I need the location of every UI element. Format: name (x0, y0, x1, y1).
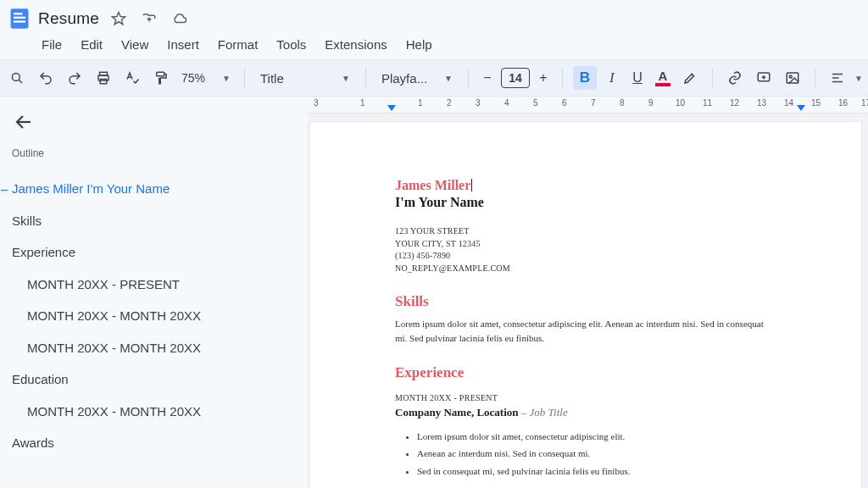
title-icons (111, 11, 187, 26)
experience-dates[interactable]: MONTH 20XX - PRESENT (395, 393, 776, 402)
svg-point-5 (12, 73, 19, 80)
menu-help[interactable]: Help (398, 34, 440, 55)
svg-rect-1 (14, 13, 23, 14)
align-icon[interactable] (826, 66, 849, 90)
bullet-item[interactable]: Sed in consequat mi, sed pulvinar lacini… (417, 463, 776, 480)
right-margin-marker-icon[interactable] (797, 105, 805, 111)
doc-title[interactable]: Resume (38, 9, 99, 28)
move-icon[interactable] (142, 11, 157, 26)
bullet-item[interactable]: Aenean ac interdum nisi. Sed in consequa… (417, 445, 776, 462)
outline-item[interactable]: MONTH 20XX - PRESENT (10, 269, 297, 301)
app-root: Resume File Edit View Insert Format Tool… (0, 0, 868, 488)
menu-tools[interactable]: Tools (269, 34, 314, 55)
ruler-tick: 4 (504, 98, 509, 108)
cloud-status-icon[interactable] (172, 11, 187, 26)
document-page[interactable]: James Miller I'm Your Name 123 YOUR STRE… (310, 122, 861, 488)
decrease-font-icon[interactable]: − (479, 69, 496, 86)
ruler-tick: 17 (861, 98, 868, 108)
ruler-tick: 13 (757, 98, 766, 108)
caret-down-icon: ▼ (444, 74, 453, 83)
italic-button[interactable]: I (602, 69, 622, 86)
svg-rect-11 (157, 72, 164, 76)
svg-rect-3 (14, 20, 25, 22)
menu-view[interactable]: View (114, 34, 156, 55)
ruler-tick: 11 (703, 98, 712, 108)
separator (244, 68, 245, 88)
outline-item[interactable]: James Miller I'm Your Name (10, 173, 297, 205)
skills-body-text[interactable]: Lorem ipsum dolor sit amet, consectetur … (395, 317, 776, 346)
outline-item[interactable]: MONTH 20XX - MONTH 20XX (10, 332, 297, 364)
search-icon[interactable] (5, 66, 29, 90)
ruler-tick: 5 (533, 98, 538, 108)
svg-marker-4 (112, 13, 125, 25)
font-dropdown[interactable]: Playfa... ▼ (376, 71, 458, 86)
ruler-tick: 6 (562, 98, 567, 108)
increase-font-icon[interactable]: + (535, 69, 552, 86)
experience-company[interactable]: Company Name, Location – Job Title (395, 406, 776, 419)
outline-item[interactable]: Awards (10, 427, 297, 459)
separator (365, 68, 366, 88)
caret-down-icon: ▼ (222, 74, 231, 83)
image-icon[interactable] (781, 66, 804, 90)
document-canvas[interactable]: 3 1 1 2 3 4 5 6 7 8 9 10 11 12 13 14 15 (307, 97, 868, 488)
font-size-input[interactable]: 14 (501, 68, 530, 88)
underline-button[interactable]: U (627, 70, 648, 86)
ruler-tick: 2 (447, 98, 452, 108)
ruler-tick: 10 (676, 98, 685, 108)
outline-heading: Outline (12, 147, 297, 159)
ruler[interactable]: 3 1 1 2 3 4 5 6 7 8 9 10 11 12 13 14 15 (307, 97, 868, 114)
menu-extensions[interactable]: Extensions (317, 34, 394, 55)
menu-format[interactable]: Format (210, 34, 266, 55)
text-color-button[interactable]: A (653, 70, 673, 86)
text-cursor (471, 179, 472, 191)
svg-line-6 (19, 80, 22, 83)
menubar: File Edit View Insert Format Tools Exten… (0, 34, 868, 59)
experience-bullets[interactable]: Lorem ipsum dolor sit amet, consectetur … (417, 428, 776, 480)
star-icon[interactable] (111, 11, 126, 26)
heading-subtitle[interactable]: I'm Your Name (395, 195, 776, 210)
section-heading-experience[interactable]: Experience (395, 364, 776, 381)
menu-edit[interactable]: Edit (73, 34, 110, 55)
outline-item[interactable]: MONTH 20XX - MONTH 20XX (10, 396, 297, 428)
workspace: Outline James Miller I'm Your Name Skill… (0, 97, 868, 488)
redo-icon[interactable] (63, 66, 86, 90)
outline-item[interactable]: Experience (10, 236, 297, 269)
zoom-value: 75% (181, 71, 205, 85)
comment-icon[interactable] (752, 66, 776, 90)
print-icon[interactable] (92, 66, 115, 90)
contact-block[interactable]: 123 YOUR STREET YOUR CITY, ST 12345 (123… (395, 225, 776, 274)
menu-file[interactable]: File (34, 34, 70, 55)
outline-item[interactable]: Skills (10, 205, 297, 237)
ruler-tick: 1 (360, 98, 365, 108)
spellcheck-icon[interactable] (120, 66, 144, 90)
highlight-icon[interactable] (678, 66, 702, 90)
back-arrow-icon[interactable] (14, 112, 34, 132)
undo-icon[interactable] (34, 66, 58, 90)
outline-item[interactable]: Education (10, 363, 297, 396)
bold-button[interactable]: B (573, 66, 597, 90)
ruler-tick: 15 (811, 98, 821, 108)
style-value: Title (260, 71, 284, 86)
ruler-tick: 1 (418, 98, 423, 108)
menu-insert[interactable]: Insert (159, 34, 207, 55)
link-icon[interactable] (723, 66, 747, 90)
svg-rect-2 (14, 17, 25, 19)
heading-name[interactable]: James Miller (395, 178, 776, 193)
section-heading-skills[interactable]: Skills (395, 293, 776, 310)
font-value: Playfa... (381, 71, 427, 86)
indent-marker-icon[interactable] (387, 105, 396, 111)
paragraph-style-dropdown[interactable]: Title ▼ (255, 71, 355, 86)
outline-sidebar: Outline James Miller I'm Your Name Skill… (0, 97, 307, 488)
separator (468, 68, 469, 88)
ruler-tick: 3 (314, 98, 319, 108)
bullet-item[interactable]: Lorem ipsum dolor sit amet, consectetur … (417, 428, 776, 445)
zoom-dropdown[interactable]: 75% ▼ (178, 71, 234, 85)
docs-logo-icon[interactable] (8, 7, 31, 30)
caret-down-icon[interactable]: ▼ (854, 74, 863, 83)
toolbar: 75% ▼ Title ▼ Playfa... ▼ − 14 + B I U A… (0, 59, 868, 97)
paint-format-icon[interactable] (149, 66, 173, 90)
separator (815, 68, 815, 88)
ruler-tick: 9 (648, 98, 654, 108)
outline-item[interactable]: MONTH 20XX - MONTH 20XX (10, 300, 297, 332)
ruler-tick: 8 (620, 98, 625, 108)
